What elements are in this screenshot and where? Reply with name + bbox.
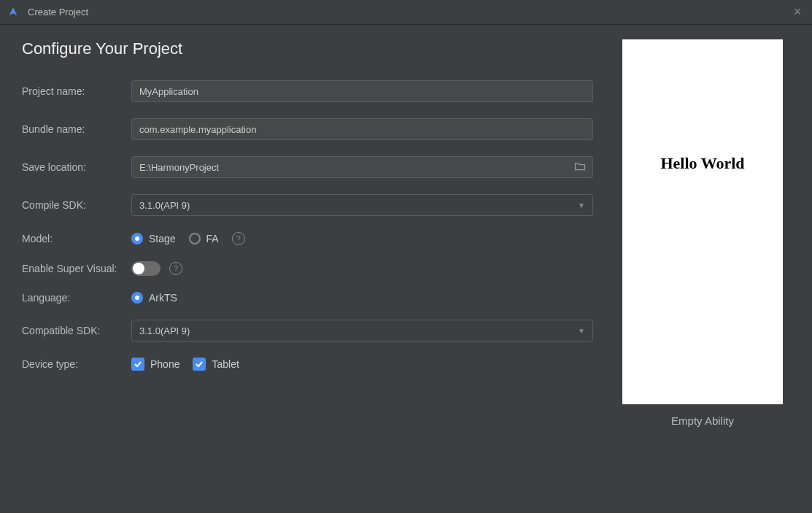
row-project-name: Project name: <box>22 80 593 102</box>
radio-model-stage[interactable]: Stage <box>131 233 176 244</box>
row-device-type: Device type: Phone Tablet <box>22 358 593 371</box>
row-compatible-sdk: Compatible SDK: 3.1.0(API 9) ▼ <box>22 320 593 342</box>
help-icon[interactable]: ? <box>169 262 182 275</box>
row-save-location: Save location: <box>22 156 593 178</box>
super-visual-toggle[interactable] <box>131 261 161 276</box>
label-model: Model: <box>22 233 131 244</box>
checkbox-label-tablet: Tablet <box>212 358 239 370</box>
compatible-sdk-select[interactable]: 3.1.0(API 9) ▼ <box>131 320 593 342</box>
content-area: Configure Your Project Project name: Bun… <box>0 25 812 513</box>
window-title: Create Project <box>28 7 790 18</box>
row-language: Language: ArkTS <box>22 292 593 304</box>
compile-sdk-value: 3.1.0(API 9) <box>139 200 190 211</box>
form-panel: Configure Your Project Project name: Bun… <box>22 39 615 498</box>
label-save-location: Save location: <box>22 161 131 173</box>
project-name-input[interactable] <box>131 80 593 102</box>
compatible-sdk-value: 3.1.0(API 9) <box>139 325 190 336</box>
checkbox-label-phone: Phone <box>150 358 179 370</box>
chevron-down-icon: ▼ <box>578 201 585 209</box>
row-compile-sdk: Compile SDK: 3.1.0(API 9) ▼ <box>22 194 593 216</box>
preview-caption: Empty Ability <box>671 414 734 427</box>
radio-language-arkts[interactable]: ArkTS <box>131 292 177 304</box>
close-icon[interactable]: × <box>790 4 805 20</box>
radio-icon <box>131 292 143 304</box>
compile-sdk-select[interactable]: 3.1.0(API 9) ▼ <box>131 194 593 216</box>
help-icon[interactable]: ? <box>232 232 245 245</box>
preview-content-text: Hello World <box>660 154 744 173</box>
checkbox-checked-icon <box>193 358 206 371</box>
page-title: Configure Your Project <box>22 39 593 58</box>
row-super-visual: Enable Super Visual: ? <box>22 261 593 276</box>
save-location-input[interactable] <box>131 156 593 178</box>
titlebar: Create Project × <box>0 0 812 25</box>
radio-icon <box>189 233 201 244</box>
label-bundle-name: Bundle name: <box>22 123 131 135</box>
checkbox-phone[interactable]: Phone <box>131 358 179 371</box>
radio-model-fa[interactable]: FA <box>189 233 219 244</box>
label-language: Language: <box>22 292 131 304</box>
checkbox-tablet[interactable]: Tablet <box>193 358 239 371</box>
label-compile-sdk: Compile SDK: <box>22 199 131 211</box>
bundle-name-input[interactable] <box>131 118 593 140</box>
folder-browse-icon[interactable] <box>574 161 586 174</box>
radio-label-stage: Stage <box>149 233 176 244</box>
preview-panel: Hello World Empty Ability <box>615 39 790 498</box>
label-device-type: Device type: <box>22 358 131 370</box>
radio-icon <box>131 233 143 244</box>
radio-label-arkts: ArkTS <box>149 292 177 304</box>
row-model: Model: Stage FA ? <box>22 232 593 245</box>
radio-label-fa: FA <box>206 233 219 244</box>
device-preview: Hello World <box>622 39 783 404</box>
app-logo-icon <box>7 6 20 19</box>
chevron-down-icon: ▼ <box>578 327 585 335</box>
label-super-visual: Enable Super Visual: <box>22 263 131 274</box>
label-project-name: Project name: <box>22 85 131 97</box>
label-compatible-sdk: Compatible SDK: <box>22 325 131 336</box>
checkbox-checked-icon <box>131 358 144 371</box>
row-bundle-name: Bundle name: <box>22 118 593 140</box>
